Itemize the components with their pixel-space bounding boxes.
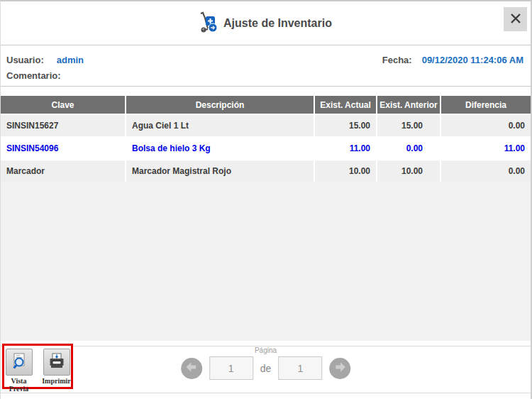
pagination: Página de [181, 346, 351, 380]
inventory-table: Clave Descripción Exist. Actual Exist. A… [1, 96, 531, 182]
next-page-button[interactable] [329, 358, 350, 379]
table-cell-actual[interactable]: 10.00 [315, 160, 376, 182]
date-label: Fecha: [382, 55, 412, 65]
footer-bottom-divider [1, 393, 531, 393]
dialog-title: Ajuste de Inventario [223, 17, 332, 30]
preview-button[interactable]: Vista Previa [4, 349, 33, 393]
table-cell-actual[interactable]: 11.00 [315, 138, 376, 159]
inventory-adjustment-dialog: Ajuste de Inventario Usuario: admin Fech… [0, 0, 532, 399]
table-cell-clave[interactable]: SINSIN54096 [1, 138, 125, 159]
table-cell-descripcion[interactable]: Marcador Magistral Rojo [126, 160, 314, 182]
printer-icon [48, 352, 66, 373]
page-of-label: de [260, 363, 272, 374]
user-value: admin [57, 55, 84, 65]
column-header-exist-actual: Exist. Actual [315, 96, 376, 114]
table-cell-anterior[interactable]: 10.00 [377, 160, 440, 182]
user-label: Usuario: [6, 55, 44, 65]
column-header-descripcion: Descripción [126, 96, 314, 114]
hand-truck-inventory-icon [199, 11, 218, 35]
preview-button-label: Vista Previa [4, 377, 33, 393]
current-page-input[interactable] [209, 356, 253, 380]
print-tools-highlight-box: Vista Previa Imprimir [2, 344, 73, 389]
table-cell-actual[interactable]: 15.00 [315, 115, 376, 136]
column-header-clave: Clave [1, 96, 125, 114]
page-label: Página [255, 346, 277, 354]
print-button-face[interactable] [43, 349, 70, 376]
table-cell-clave[interactable]: SINSIN15627 [1, 115, 125, 136]
previous-page-button[interactable] [181, 358, 202, 379]
date-value: 09/12/2020 11:24:06 AM [422, 55, 523, 65]
table-cell-diferencia[interactable]: 0.00 [441, 160, 531, 182]
close-icon [509, 11, 523, 28]
print-button[interactable]: Imprimir [42, 349, 71, 385]
column-header-diferencia: Diferencia [441, 96, 531, 114]
total-pages-input[interactable] [278, 356, 322, 380]
table-cell-clave[interactable]: Marcador [1, 160, 125, 182]
table-cell-diferencia[interactable]: 11.00 [441, 138, 531, 159]
column-header-exist-anterior: Exist. Anterior [377, 96, 440, 114]
info-section: Usuario: admin Fecha: 09/12/2020 11:24:0… [1, 46, 531, 87]
table-cell-diferencia[interactable]: 0.00 [441, 115, 531, 136]
close-button[interactable] [504, 7, 527, 31]
table-cell-descripcion[interactable]: Agua Ciel 1 Lt [126, 115, 314, 136]
arrow-left-icon [184, 359, 199, 377]
comment-label: Comentario: [6, 70, 61, 81]
table-cell-descripcion[interactable]: Bolsa de hielo 3 Kg [126, 138, 314, 159]
arrow-right-icon [332, 359, 348, 377]
title-bar: Ajuste de Inventario [1, 1, 531, 45]
print-preview-icon [10, 352, 28, 373]
table-cell-anterior[interactable]: 0.00 [377, 138, 440, 159]
table-cell-anterior[interactable]: 15.00 [377, 115, 440, 136]
print-button-label: Imprimir [42, 377, 71, 385]
preview-button-face[interactable] [6, 349, 33, 376]
table-area: Clave Descripción Exist. Actual Exist. A… [1, 96, 531, 341]
